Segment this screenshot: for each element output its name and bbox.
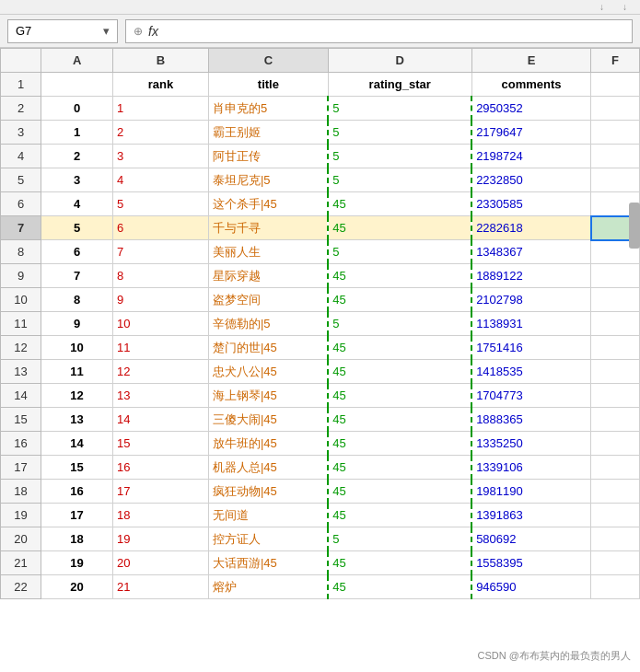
cell-a2[interactable]: 0 [41, 97, 113, 121]
cell-a16[interactable]: 14 [41, 432, 113, 456]
cell-d11[interactable]: 5 [328, 312, 471, 336]
cell-e14[interactable]: 1704773 [471, 384, 591, 408]
cell-c5[interactable]: 泰坦尼克|5 [208, 168, 328, 192]
cell-e1[interactable]: comments [471, 73, 591, 97]
cell-b5[interactable]: 4 [113, 168, 209, 192]
cell-e20[interactable]: 580692 [471, 527, 591, 551]
cell-a8[interactable]: 6 [41, 240, 113, 264]
cell-f10[interactable] [591, 288, 639, 312]
cell-e7[interactable]: 2282618 [471, 216, 591, 240]
cell-c16[interactable]: 放牛班的|45 [208, 432, 328, 456]
cell-e9[interactable]: 1889122 [471, 264, 591, 288]
cell-f20[interactable] [591, 527, 639, 551]
cell-b11[interactable]: 10 [113, 312, 209, 336]
cell-f12[interactable] [591, 336, 639, 360]
cell-a11[interactable]: 9 [41, 312, 113, 336]
cell-d21[interactable]: 45 [328, 551, 471, 575]
cell-f2[interactable] [591, 97, 639, 121]
cell-a6[interactable]: 4 [41, 192, 113, 216]
cell-f16[interactable] [591, 432, 639, 456]
cell-b2[interactable]: 1 [113, 97, 209, 121]
cell-a13[interactable]: 11 [41, 360, 113, 384]
cell-f11[interactable] [591, 312, 639, 336]
col-header-e[interactable]: E [471, 49, 591, 73]
cell-c21[interactable]: 大话西游|45 [208, 551, 328, 575]
cell-d10[interactable]: 45 [328, 288, 471, 312]
cell-a4[interactable]: 2 [41, 145, 113, 168]
cell-e13[interactable]: 1418535 [471, 360, 591, 384]
cell-c15[interactable]: 三傻大闹|45 [208, 408, 328, 432]
cell-e19[interactable]: 1391863 [471, 504, 591, 527]
cell-d8[interactable]: 5 [328, 240, 471, 264]
cell-d2[interactable]: 5 [328, 97, 471, 121]
cell-a7[interactable]: 5 [41, 216, 113, 240]
cell-c9[interactable]: 星际穿越 [208, 264, 328, 288]
cell-f4[interactable] [591, 145, 639, 168]
cell-c22[interactable]: 熔炉 [208, 575, 328, 599]
cell-c2[interactable]: 肖申克的5 [208, 97, 328, 121]
cell-a18[interactable]: 16 [41, 480, 113, 504]
cell-e8[interactable]: 1348367 [471, 240, 591, 264]
cell-b21[interactable]: 20 [113, 551, 209, 575]
cell-c4[interactable]: 阿甘正传 [208, 145, 328, 168]
cell-b15[interactable]: 14 [113, 408, 209, 432]
cell-c7[interactable]: 千与千寻 [208, 216, 328, 240]
cell-b22[interactable]: 21 [113, 575, 209, 599]
cell-a22[interactable]: 20 [41, 575, 113, 599]
cell-a19[interactable]: 17 [41, 504, 113, 527]
cell-d20[interactable]: 5 [328, 527, 471, 551]
cell-d12[interactable]: 45 [328, 336, 471, 360]
cell-e6[interactable]: 2330585 [471, 192, 591, 216]
cell-b6[interactable]: 5 [113, 192, 209, 216]
cell-a20[interactable]: 18 [41, 527, 113, 551]
cell-b7[interactable]: 6 [113, 216, 209, 240]
cell-d9[interactable]: 45 [328, 264, 471, 288]
cell-f15[interactable] [591, 408, 639, 432]
col-header-f[interactable]: F [591, 49, 639, 73]
cell-c14[interactable]: 海上钢琴|45 [208, 384, 328, 408]
cell-c3[interactable]: 霸王别姬 [208, 121, 328, 145]
cell-f18[interactable] [591, 480, 639, 504]
cell-d19[interactable]: 45 [328, 504, 471, 527]
col-header-c col-c-header[interactable]: C [208, 49, 328, 73]
cell-c6[interactable]: 这个杀手|45 [208, 192, 328, 216]
cell-b10[interactable]: 9 [113, 288, 209, 312]
cell-b9[interactable]: 8 [113, 264, 209, 288]
cell-f21[interactable] [591, 551, 639, 575]
cell-b14[interactable]: 13 [113, 384, 209, 408]
cell-d4[interactable]: 5 [328, 145, 471, 168]
cell-e21[interactable]: 1558395 [471, 551, 591, 575]
cell-a15[interactable]: 13 [41, 408, 113, 432]
cell-f17[interactable] [591, 456, 639, 480]
cell-f22[interactable] [591, 575, 639, 599]
cell-a10[interactable]: 8 [41, 288, 113, 312]
cell-e5[interactable]: 2232850 [471, 168, 591, 192]
cell-e4[interactable]: 2198724 [471, 145, 591, 168]
cell-a1[interactable] [41, 73, 113, 97]
cell-d6[interactable]: 45 [328, 192, 471, 216]
cell-b20[interactable]: 19 [113, 527, 209, 551]
cell-c10[interactable]: 盗梦空间 [208, 288, 328, 312]
cell-ref-box[interactable]: G7 ▾ [7, 19, 118, 43]
cell-e3[interactable]: 2179647 [471, 121, 591, 145]
cell-c20[interactable]: 控方证人 [208, 527, 328, 551]
cell-d13[interactable]: 45 [328, 360, 471, 384]
cell-b4[interactable]: 3 [113, 145, 209, 168]
cell-a21[interactable]: 19 [41, 551, 113, 575]
cell-a17[interactable]: 15 [41, 456, 113, 480]
cell-f1[interactable] [591, 73, 639, 97]
cell-e16[interactable]: 1335250 [471, 432, 591, 456]
cell-a5[interactable]: 3 [41, 168, 113, 192]
cell-f14[interactable] [591, 384, 639, 408]
cell-d3[interactable]: 5 [328, 121, 471, 145]
cell-d16[interactable]: 45 [328, 432, 471, 456]
formula-bar[interactable]: ⊕ fx [125, 19, 633, 43]
cell-e10[interactable]: 2102798 [471, 288, 591, 312]
cell-d22[interactable]: 45 [328, 575, 471, 599]
scroll-handle[interactable] [629, 203, 640, 249]
cell-f3[interactable] [591, 121, 639, 145]
cell-e18[interactable]: 1981190 [471, 480, 591, 504]
cell-c17[interactable]: 机器人总|45 [208, 456, 328, 480]
cell-f19[interactable] [591, 504, 639, 527]
cell-d1[interactable]: rating_star [328, 73, 471, 97]
